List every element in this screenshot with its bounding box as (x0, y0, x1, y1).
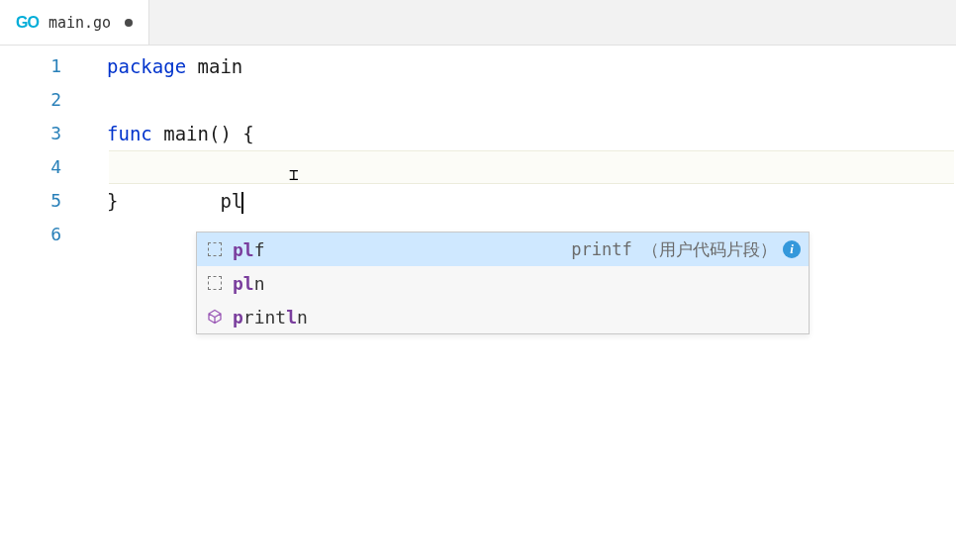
keyword: package (107, 55, 186, 77)
punctuation: () { (209, 123, 254, 144)
punctuation: } (107, 190, 118, 212)
line-number[interactable]: 2 (0, 83, 79, 117)
line-number[interactable]: 4 (0, 150, 79, 184)
identifier: main (152, 123, 209, 144)
identifier: main (186, 55, 242, 77)
line-number[interactable]: 3 (0, 117, 79, 150)
go-file-icon: GO (16, 14, 39, 32)
line-number[interactable]: 1 (0, 49, 79, 83)
code-line[interactable] (107, 83, 956, 117)
tab-bar: GO main.go (0, 0, 956, 46)
keyword: func (107, 123, 152, 144)
snippet-icon (205, 273, 225, 293)
suggest-label: pln (233, 273, 265, 294)
info-icon[interactable]: i (783, 240, 801, 258)
editor: 1 2 3 4 5 6 package main func main() { p… (0, 46, 956, 560)
function-icon (205, 307, 225, 327)
current-line-highlight (109, 150, 954, 184)
suggest-item[interactable]: pln (197, 266, 809, 300)
line-number[interactable]: 6 (0, 218, 79, 251)
dirty-indicator-icon (125, 19, 133, 27)
code-line-current[interactable]: pl ⌶ (107, 150, 956, 184)
suggest-item[interactable]: plf printf （用户代码片段） i (197, 233, 809, 266)
suggest-label: plf (233, 239, 265, 260)
line-gutter: 1 2 3 4 5 6 (0, 46, 79, 560)
code-line[interactable]: } (107, 184, 956, 218)
code-line[interactable]: package main (107, 49, 956, 83)
snippet-icon (205, 239, 225, 259)
suggest-item[interactable]: println (197, 300, 809, 333)
tab-filename: main.go (48, 14, 111, 32)
suggest-detail: printf （用户代码片段） i (571, 238, 801, 261)
suggest-widget[interactable]: plf printf （用户代码片段） i pln println (196, 232, 810, 334)
line-number[interactable]: 5 (0, 184, 79, 218)
editor-tab[interactable]: GO main.go (0, 0, 149, 45)
code-line[interactable]: func main() { (107, 117, 956, 150)
suggest-label: println (233, 307, 308, 327)
